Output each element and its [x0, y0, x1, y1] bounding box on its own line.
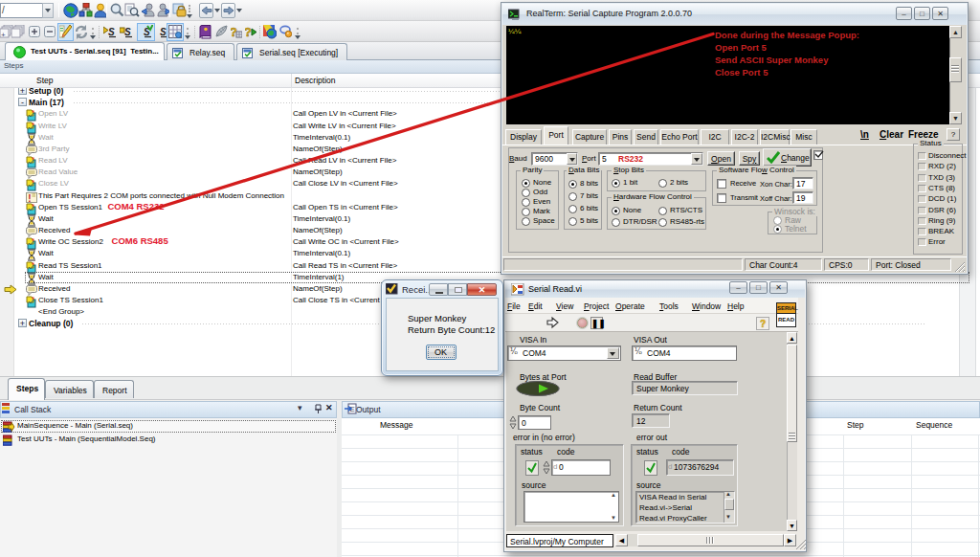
svg-text:?: ?	[245, 25, 252, 39]
svg-text:S: S	[108, 27, 115, 37]
svg-text:+: +	[1, 31, 6, 39]
svg-text:S: S	[160, 27, 167, 37]
svg-text:S: S	[124, 27, 131, 37]
svg-text:!: !	[28, 192, 31, 203]
